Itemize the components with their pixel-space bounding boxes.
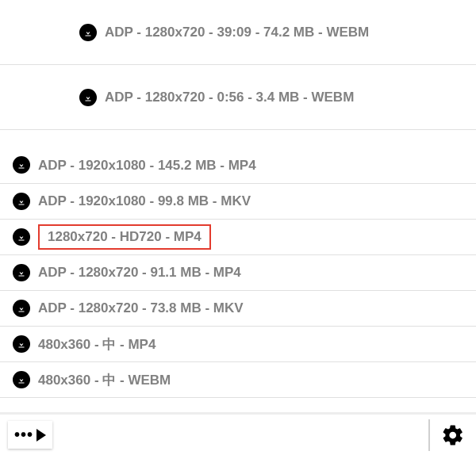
play-icon (36, 429, 46, 442)
download-icon (13, 228, 30, 246)
app-root: ADP - 1280x720 - 39:09 - 74.2 MB - WEBMA… (0, 0, 476, 455)
download-icon (13, 335, 30, 353)
download-list: ADP - 1280x720 - 39:09 - 74.2 MB - WEBMA… (0, 0, 476, 412)
more-icon: ••• (14, 426, 33, 444)
option-label: ADP - 1280x720 - 39:09 - 74.2 MB - WEBM (105, 25, 369, 40)
download-option[interactable]: ADP - 1280x720 - 39:09 - 74.2 MB - WEBM (0, 0, 476, 65)
highlighted-option: 1280x720 - HD720 - MP4 (38, 224, 211, 250)
download-option[interactable]: ADP - 1920x1080 - 145.2 MB - MP4 (0, 130, 476, 184)
download-option[interactable]: ADP - 1920x1080 - 99.8 MB - MKV (0, 184, 476, 220)
option-label: 1280x720 - HD720 - MP4 (48, 229, 202, 245)
download-option[interactable]: 1280x720 - HD720 - MP4 (0, 220, 476, 255)
download-option[interactable]: 480x360 - 中 - WEBM (0, 362, 476, 398)
download-icon (13, 264, 30, 281)
settings-button[interactable] (441, 423, 465, 447)
footer-divider (428, 419, 430, 451)
more-play-button[interactable]: ••• (8, 421, 52, 449)
download-option[interactable]: ADP - 1280x720 - 91.1 MB - MP4 (0, 255, 476, 291)
gear-icon (441, 423, 465, 447)
download-icon (79, 89, 97, 106)
download-icon (13, 371, 30, 388)
option-label: 480x360 - 中 - WEBM (38, 371, 171, 389)
option-label: ADP - 1280x720 - 91.1 MB - MP4 (38, 265, 241, 281)
option-label: ADP - 1920x1080 - 99.8 MB - MKV (38, 193, 251, 209)
option-label: ADP - 1280x720 - 0:56 - 3.4 MB - WEBM (105, 90, 354, 105)
download-icon (13, 193, 30, 210)
footer-right (428, 419, 465, 451)
download-option[interactable]: ADP - 1280x720 - 73.8 MB - MKV (0, 291, 476, 327)
download-icon (13, 156, 30, 174)
download-icon (79, 24, 97, 41)
download-option[interactable]: ADP - 1280x720 - 0:56 - 3.4 MB - WEBM (0, 65, 476, 130)
download-option[interactable]: 480x360 - 中 - MP4 (0, 327, 476, 362)
download-icon (13, 300, 30, 317)
option-label: 480x360 - 中 - MP4 (38, 335, 155, 354)
option-label: ADP - 1920x1080 - 145.2 MB - MP4 (38, 158, 256, 174)
footer-bar: ••• (0, 412, 476, 455)
option-label: ADP - 1280x720 - 73.8 MB - MKV (38, 300, 244, 316)
